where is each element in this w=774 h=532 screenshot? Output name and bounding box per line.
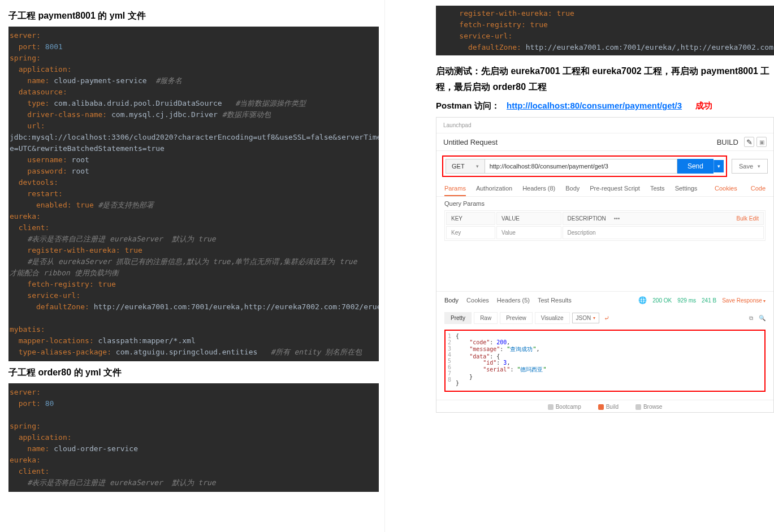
view-visualize[interactable]: Visualize [535, 312, 570, 324]
line-numbers: 12345678 [448, 333, 456, 388]
bootcamp-button[interactable]: Bootcamp [548, 404, 581, 410]
postman-label: Postman 访问： [436, 101, 500, 110]
th-value: VALUE [496, 212, 561, 225]
code-block-top: register-with-eureka: true fetch-registr… [436, 6, 774, 55]
response-tabs: Body Cookies Headers (5) Test Results 🌐 … [436, 292, 773, 309]
td-desc[interactable]: Description [563, 226, 764, 239]
resp-tab-cookies[interactable]: Cookies [466, 297, 489, 304]
tab-headers[interactable]: Headers (8) [522, 185, 555, 195]
url-input[interactable]: http://localhost:80/consumer/payment/get… [485, 159, 677, 174]
status-code: 200 OK [652, 297, 672, 304]
edit-icon[interactable]: ✎ [744, 137, 754, 147]
resp-tab-headers[interactable]: Headers (5) [497, 297, 530, 304]
tab-prerequest[interactable]: Pre-request Script [590, 185, 640, 195]
postman-panel: Launchpad Untitled Request BUILD ✎ ▣ GET… [436, 117, 774, 413]
tab-params[interactable]: Params [444, 185, 466, 196]
heading-payment-yml: 子工程 payment8001 的 yml 文件 [8, 10, 379, 22]
td-value[interactable]: Value [496, 226, 561, 239]
request-title: Untitled Request [443, 138, 498, 146]
status-size: 241 B [702, 297, 716, 304]
globe-icon[interactable]: 🌐 [638, 296, 647, 304]
view-preview[interactable]: Preview [500, 312, 533, 324]
send-button[interactable]: Send [677, 159, 714, 174]
params-table: KEY VALUE DESCRIPTION ••• Bulk Edit Key … [444, 210, 766, 241]
view-raw[interactable]: Raw [474, 312, 498, 324]
bulk-edit-link[interactable]: Bulk Edit [737, 215, 759, 222]
body-controls: Pretty Raw Preview Visualize JSON ⤶ ⧉ 🔍 [436, 309, 773, 327]
success-label: 成功 [695, 101, 712, 110]
gap [436, 246, 773, 292]
method-select[interactable]: GET [446, 159, 485, 174]
resp-tab-body[interactable]: Body [444, 297, 459, 304]
tab-body[interactable]: Body [565, 185, 580, 195]
save-button[interactable]: Save [732, 159, 768, 174]
postman-url-link[interactable]: http://localhost:80/consumer/payment/get… [507, 101, 682, 110]
query-params-label: Query Params [436, 197, 773, 210]
startup-test-text: 启动测试：先启动 eureka7001 工程和 eureka7002 工程，再启… [436, 63, 774, 95]
format-select[interactable]: JSON [572, 313, 600, 323]
resp-tab-testresults[interactable]: Test Results [538, 297, 572, 304]
tab-settings[interactable]: Settings [675, 185, 698, 195]
request-tabs: Params Authorization Headers (8) Body Pr… [436, 181, 773, 197]
code-link[interactable]: Code [751, 185, 766, 192]
url-row: GET http://localhost:80/consumer/payment… [436, 151, 773, 181]
th-key: KEY [446, 212, 495, 225]
wrap-icon[interactable]: ⤶ [604, 314, 609, 322]
cookies-link[interactable]: Cookies [715, 185, 737, 192]
code-block-payment: server: port: 8001 spring: application: … [8, 27, 379, 361]
launchpad-tab[interactable]: Launchpad [443, 122, 472, 128]
build-label[interactable]: BUILD [717, 138, 738, 146]
postman-access-line: Postman 访问： http://localhost:80/consumer… [436, 101, 774, 111]
postman-tabs-top: Launchpad [436, 118, 773, 133]
td-key[interactable]: Key [446, 226, 495, 239]
build-button[interactable]: Build [598, 404, 619, 410]
response-box: 12345678 { "code": 200, "message": "查询成功… [444, 330, 766, 392]
footer-buttons: Bootcamp Build Browse [436, 400, 773, 412]
send-dropdown[interactable]: ▾ [714, 160, 724, 172]
view-pretty[interactable]: Pretty [444, 312, 472, 324]
url-highlight-box: GET http://localhost:80/consumer/payment… [442, 155, 727, 177]
request-title-row: Untitled Request BUILD ✎ ▣ [436, 133, 773, 151]
browse-button[interactable]: Browse [635, 404, 662, 410]
left-column: 子工程 payment8001 的 yml 文件 server: port: 8… [0, 0, 384, 532]
tab-tests[interactable]: Tests [650, 185, 665, 195]
right-column: register-with-eureka: true fetch-registr… [384, 0, 774, 532]
panel-icon[interactable]: ▣ [756, 137, 767, 147]
search-icon[interactable]: 🔍 [759, 315, 766, 322]
status-time: 929 ms [677, 297, 696, 304]
tab-authorization[interactable]: Authorization [476, 185, 512, 195]
copy-icon[interactable]: ⧉ [749, 315, 753, 322]
response-json: { "code": 200, "message": "查询成功", "data"… [456, 333, 546, 388]
save-response[interactable]: Save Response [722, 297, 766, 304]
heading-order-yml: 子工程 order80 的 yml 文件 [8, 367, 379, 379]
th-desc: DESCRIPTION ••• Bulk Edit [563, 212, 764, 225]
code-block-order: server: port: 80 spring: application: na… [8, 383, 379, 492]
